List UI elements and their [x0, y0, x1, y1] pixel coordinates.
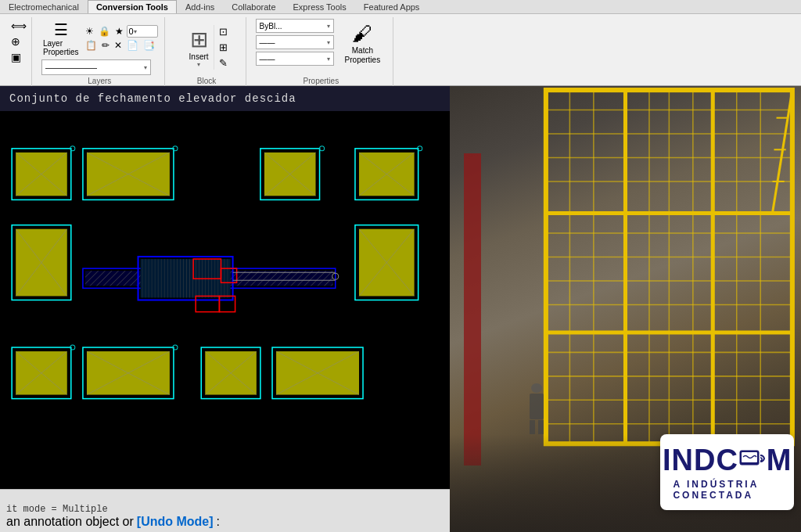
photo-background: INDC M — [450, 86, 801, 532]
layer-lock-icon[interactable]: 🔒 — [97, 25, 112, 38]
cad-svg — [0, 111, 450, 489]
right-panel: INDC M — [450, 86, 801, 532]
block-icon-2[interactable]: ⊞ — [217, 41, 229, 54]
layer-icons-row2: 📋 ✏ ✕ 📄 📑 — [84, 39, 158, 52]
layer-properties-button[interactable]: ☰ LayerProperties — [41, 19, 81, 58]
layer-name-value: —————— — [45, 63, 97, 72]
byblock-chevron-3: ▾ — [327, 56, 330, 63]
properties-group-label: Properties — [304, 77, 339, 85]
svg-rect-91 — [742, 452, 757, 462]
misc-btn-1[interactable]: ⟺ — [9, 19, 28, 33]
logo-overlay: INDC M — [660, 434, 794, 510]
layer-page-icon[interactable]: 📄 — [125, 39, 140, 52]
cage-structure — [537, 86, 801, 451]
layer-icons-row1: ☀ 🔒 ★ 0 ▾ — [84, 25, 158, 38]
properties-controls: ByBl... ▾ —— ▾ —— ▾ — [256, 19, 387, 75]
tab-collaborate[interactable]: Collaborate — [223, 0, 284, 13]
byblock-chevron-1: ▾ — [327, 23, 330, 30]
app-container: Electromechanical Conversion Tools Add-i… — [0, 0, 801, 532]
status-line-2: an annotation object or [Undo Mode] : — [6, 515, 444, 529]
logo-subtitle: A INDÚSTRIA CONECTADA — [673, 479, 781, 501]
status-command-suffix: : — [217, 515, 220, 529]
left-panel[interactable]: Conjunto de fechamento elevador descida — [0, 86, 450, 532]
byblock-dropdown-3[interactable]: —— ▾ — [256, 52, 334, 66]
status-bar: it mode = Multiple an annotation object … — [0, 489, 450, 532]
insert-button[interactable]: ⊞ Insert ▾ — [185, 25, 214, 70]
layer-dropdown-chevron: ▾ — [144, 64, 147, 71]
match-properties-button[interactable]: 🖌 MatchProperties — [339, 19, 387, 68]
layer-props-row: ☰ LayerProperties ☀ 🔒 ★ 0 ▾ — [41, 19, 158, 58]
byblock-dropdown-2[interactable]: —— ▾ — [256, 35, 334, 49]
match-properties-label: MatchProperties — [345, 46, 381, 65]
layer-star-icon[interactable]: ★ — [113, 25, 125, 38]
status-command-highlight[interactable]: [Undo Mode] — [137, 515, 214, 529]
block-small-icons: ⊡ ⊞ ✎ — [217, 25, 229, 70]
layers-controls: ☰ LayerProperties ☀ 🔒 ★ 0 ▾ — [41, 19, 158, 75]
byblock-chevron-2: ▾ — [327, 39, 330, 46]
byblock-label-3: —— — [260, 55, 275, 63]
byblock-dropdown-1[interactable]: ByBl... ▾ — [256, 19, 334, 33]
tab-add-ins[interactable]: Add-ins — [177, 0, 223, 13]
logo-suffix: M — [767, 444, 792, 477]
status-line-1: it mode = Multiple — [6, 504, 444, 515]
drawing-title: Conjunto de fechamento elevador descida — [0, 86, 450, 111]
ribbon-tab-bar: Electromechanical Conversion Tools Add-i… — [0, 0, 801, 14]
layer-name-dropdown[interactable]: —————— ▾ — [41, 59, 151, 75]
tab-featured-apps[interactable]: Featured Apps — [355, 0, 429, 13]
layer-more-icon[interactable]: 📑 — [142, 39, 156, 52]
content-area: Conjunto de fechamento elevador descida — [0, 86, 801, 532]
layers-icon: ☰ — [54, 20, 68, 39]
insert-chevron: ▾ — [197, 61, 200, 68]
layer-properties-label: LayerProperties — [43, 39, 79, 56]
insert-icon: ⊞ — [190, 27, 208, 52]
insert-label: Insert — [189, 52, 209, 61]
logo-monitor-icon — [738, 449, 767, 471]
drawing-canvas[interactable] — [0, 111, 450, 489]
layer-copy-icon[interactable]: 📋 — [84, 39, 99, 52]
tab-express-tools[interactable]: Express Tools — [285, 0, 355, 13]
block-group-label: Block — [197, 77, 216, 85]
bg-red-wall — [464, 153, 481, 466]
layers-group-label: Layers — [88, 77, 111, 85]
layer-edit-icon[interactable]: ✏ — [100, 39, 111, 52]
block-group: ⊞ Insert ▾ ⊡ ⊞ ✎ Block — [168, 17, 246, 87]
status-text-prefix: an annotation object or — [6, 515, 134, 529]
logo-brand: INDC M — [663, 444, 792, 477]
misc-group: ⟺ ⊕ ▣ — [6, 17, 32, 87]
svg-line-86 — [773, 90, 792, 213]
layers-group: ☰ LayerProperties ☀ 🔒 ★ 0 ▾ — [35, 17, 165, 87]
block-icon-3[interactable]: ✎ — [217, 56, 229, 70]
ribbon: Electromechanical Conversion Tools Add-i… — [0, 0, 801, 86]
byblock-label-1: ByBl... — [260, 22, 282, 31]
layer-input-num[interactable]: 0 ▾ — [127, 25, 158, 38]
tab-conversion-tools[interactable]: Conversion Tools — [88, 0, 177, 13]
match-properties-icon: 🖌 — [352, 22, 372, 46]
tab-electromechanical[interactable]: Electromechanical — [0, 0, 88, 13]
misc-btn-2[interactable]: ⊕ — [9, 34, 28, 49]
logo-prefix: INDC — [663, 444, 738, 477]
layer-sun-icon[interactable]: ☀ — [84, 25, 95, 38]
block-icon-1[interactable]: ⊡ — [217, 25, 229, 38]
properties-group: ByBl... ▾ —— ▾ —— ▾ — [250, 17, 394, 87]
layer-delete-icon[interactable]: ✕ — [113, 39, 124, 52]
misc-btn-3[interactable]: ▣ — [9, 50, 28, 64]
block-controls: ⊞ Insert ▾ ⊡ ⊞ ✎ — [185, 19, 229, 75]
logo-text-container: INDC M — [673, 444, 781, 501]
byblock-dropdowns: ByBl... ▾ —— ▾ —— ▾ — [256, 19, 334, 66]
person-silhouette — [527, 383, 547, 434]
byblock-label-2: —— — [260, 38, 275, 47]
ribbon-content: ⟺ ⊕ ▣ ☰ LayerProperties — [0, 14, 801, 90]
cage-svg — [537, 86, 801, 451]
layer-controls-right: ☀ 🔒 ★ 0 ▾ 📋 ✏ ✕ 📄 📑 — [84, 25, 158, 52]
